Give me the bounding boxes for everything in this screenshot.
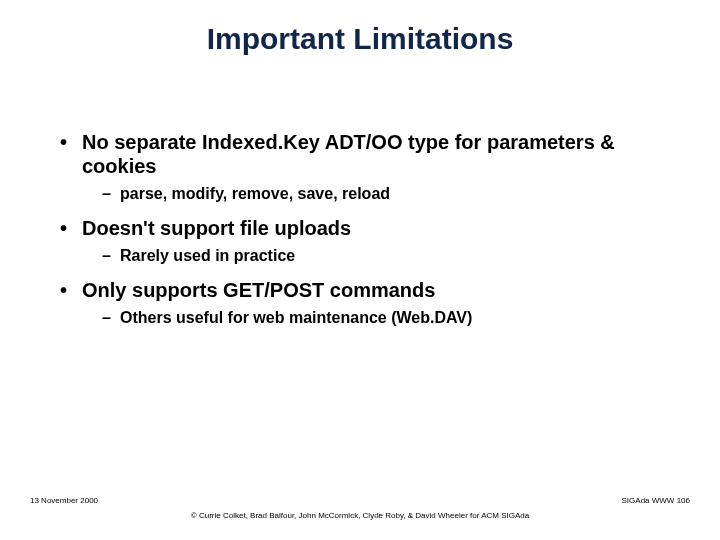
bullet-dash-icon: – [102,246,120,266]
bullet-level1: • Only supports GET/POST commands [60,278,670,302]
bullet-text: No separate Indexed.Key ADT/OO type for … [82,130,670,178]
bullet-level1: • Doesn't support file uploads [60,216,670,240]
bullet-level2: – parse, modify, remove, save, reload [102,184,670,204]
bullet-level2: – Others useful for web maintenance (Web… [102,308,670,328]
bullet-text: Only supports GET/POST commands [82,278,435,302]
slide-footer: 13 November 2000 SIGAda WWW 106 © Currie… [30,496,690,520]
bullet-level1: • No separate Indexed.Key ADT/OO type fo… [60,130,670,178]
footer-row: 13 November 2000 SIGAda WWW 106 [30,496,690,505]
slide-body: • No separate Indexed.Key ADT/OO type fo… [60,130,670,340]
footer-date: 13 November 2000 [30,496,98,505]
bullet-subtext: Others useful for web maintenance (Web.D… [120,308,472,328]
bullet-text: Doesn't support file uploads [82,216,351,240]
bullet-dash-icon: – [102,184,120,204]
bullet-subtext: Rarely used in practice [120,246,295,266]
slide-title: Important Limitations [0,22,720,56]
footer-credit: © Currie Colket, Brad Balfour, John McCo… [30,511,690,520]
bullet-dash-icon: – [102,308,120,328]
slide: Important Limitations • No separate Inde… [0,0,720,540]
footer-page: SIGAda WWW 106 [622,496,690,505]
bullet-level2: – Rarely used in practice [102,246,670,266]
bullet-subtext: parse, modify, remove, save, reload [120,184,390,204]
bullet-dot-icon: • [60,278,82,302]
bullet-dot-icon: • [60,216,82,240]
bullet-dot-icon: • [60,130,82,154]
